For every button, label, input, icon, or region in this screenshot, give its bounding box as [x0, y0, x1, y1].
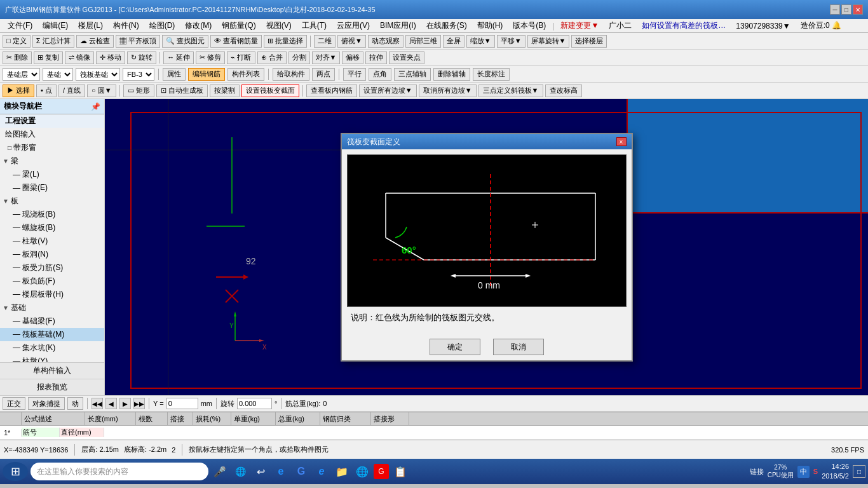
btn-parallel[interactable]: 平行: [343, 68, 366, 81]
btn-single-component[interactable]: 单构件输入: [0, 362, 104, 379]
taskbar-icon-g[interactable]: G: [292, 463, 310, 480]
taskbar-icon-browser1[interactable]: 🌐: [231, 463, 249, 480]
btn-cloud-check[interactable]: ☁ 云检查: [76, 35, 114, 48]
taskbar-icon-glodon[interactable]: G: [374, 464, 389, 479]
btn-cancel-slope[interactable]: 取消所有边坡▼: [419, 85, 477, 97]
taskbar-icon-refresh[interactable]: ↩: [252, 463, 269, 480]
btn-dynamic-input[interactable]: 动: [67, 397, 83, 410]
canvas-area[interactable]: Y X 92 筏板变截面定义 ×: [105, 99, 868, 395]
btn-pick[interactable]: 给取构件: [273, 68, 309, 81]
btn-circle[interactable]: ○ 圆▼: [87, 85, 116, 97]
sidebar-item-foundation[interactable]: ▼ 基础: [0, 301, 104, 315]
taskbar-icon-ie[interactable]: e: [272, 463, 290, 480]
sidebar-item-slab-rebar[interactable]: — 板受力筋(S): [0, 261, 104, 274]
btn-snap[interactable]: 对象捕捉: [28, 397, 65, 410]
btn-stretch[interactable]: 拉伸: [365, 51, 387, 64]
btn-rotate2[interactable]: ↻ 旋转: [127, 51, 156, 64]
coord-y-input[interactable]: [166, 398, 198, 409]
btn-grip[interactable]: 设置夹点: [389, 51, 424, 64]
btn-break[interactable]: ⌁ 打断: [227, 51, 255, 64]
sidebar-item-ring-beam[interactable]: — 圈梁(E): [0, 181, 104, 194]
rotate-input[interactable]: [237, 398, 272, 409]
btn-rotate[interactable]: 屏幕旋转▼: [527, 35, 570, 48]
modal-close-btn[interactable]: ×: [616, 137, 627, 146]
sidebar-item-cast-slab[interactable]: — 现浇板(B): [0, 208, 104, 221]
sidebar-item-slab-hole[interactable]: — 板洞(N): [0, 248, 104, 261]
sidebar-item-found-beam[interactable]: — 基础梁(F): [0, 315, 104, 328]
btn-offset[interactable]: 偏移: [342, 51, 363, 64]
btn-topview[interactable]: 俯视▼: [337, 35, 366, 48]
layer-select[interactable]: 基础层: [3, 68, 40, 81]
btn-define[interactable]: □ 定义: [3, 35, 31, 48]
sidebar-item-col-cap2[interactable]: — 柱墩(Y): [0, 355, 104, 362]
btn-pan[interactable]: 平移▼: [497, 35, 526, 48]
menu-version[interactable]: 版本号(B): [508, 19, 551, 32]
taskbar-start-btn[interactable]: ⊞: [3, 462, 28, 481]
sidebar-item-project-settings[interactable]: 工程设置: [0, 114, 104, 128]
btn-two-point[interactable]: 两点: [312, 68, 335, 81]
menu-new-change[interactable]: 新建变更▼: [555, 19, 604, 32]
btn-element-list[interactable]: 构件列表: [227, 68, 264, 81]
btn-del-axis[interactable]: 删除辅轴: [433, 68, 470, 81]
taskbar-icon-app1[interactable]: 📋: [391, 463, 409, 480]
btn-view-rebar2[interactable]: 查看板内钢筋: [306, 85, 357, 97]
menu-setting-hint[interactable]: 如何设置有高差的筏板…: [637, 19, 731, 32]
btn-batch-select[interactable]: ⊞ 批量选择: [264, 35, 307, 48]
minimize-btn[interactable]: ─: [830, 4, 840, 15]
menu-brand[interactable]: 广小二: [604, 19, 637, 32]
btn-point-angle[interactable]: 点角: [369, 68, 391, 81]
menu-points[interactable]: 造价豆:0 🔔: [796, 19, 846, 32]
btn-edit-rebar[interactable]: 编辑钢筋: [188, 68, 225, 81]
nav-prev[interactable]: ◀: [105, 398, 117, 409]
close-btn[interactable]: ✕: [853, 4, 863, 15]
menu-tools[interactable]: 工具(T): [297, 19, 332, 32]
nav-first[interactable]: ◀◀: [92, 398, 103, 409]
layer2-select[interactable]: 基础: [43, 68, 73, 81]
taskbar-notification[interactable]: □: [853, 465, 865, 478]
btn-zoom[interactable]: 缩放▼: [466, 35, 495, 48]
menu-edit[interactable]: 编辑(E): [37, 19, 73, 32]
btn-report[interactable]: 报表预览: [0, 379, 104, 395]
btn-property[interactable]: 属性: [163, 68, 186, 81]
btn-select-floor[interactable]: 选择楼层: [571, 35, 607, 48]
sidebar-item-slab[interactable]: ▼ 板: [0, 194, 104, 208]
btn-rect[interactable]: ▭ 矩形: [123, 85, 154, 97]
menu-floor[interactable]: 楼层(L): [73, 19, 108, 32]
btn-ortho[interactable]: 正交: [3, 397, 25, 410]
menu-modify[interactable]: 修改(M): [180, 19, 217, 32]
btn-mirror[interactable]: ⇌ 镜像: [65, 51, 94, 64]
taskbar-icon-mic[interactable]: 🎤: [211, 463, 229, 480]
btn-change-height[interactable]: 查改标高: [545, 85, 582, 97]
btn-trim[interactable]: ✂ 修剪: [196, 51, 225, 64]
sidebar-item-beam-l[interactable]: — 梁(L): [0, 168, 104, 181]
menu-draw[interactable]: 绘图(D): [144, 19, 180, 32]
modal-ok-btn[interactable]: 确定: [430, 339, 480, 355]
btn-find[interactable]: 🔍 查找图元: [162, 35, 208, 48]
btn-fullscreen[interactable]: 全屏: [443, 35, 465, 48]
sidebar-item-col-cap[interactable]: — 柱墩(V): [0, 234, 104, 248]
btn-move[interactable]: ✛ 移动: [96, 51, 125, 64]
nav-next[interactable]: ▶: [119, 398, 131, 409]
sidebar-item-raft[interactable]: — 筏板基础(M): [0, 328, 104, 341]
element-select[interactable]: 筏板基础: [76, 68, 120, 81]
maximize-btn[interactable]: □: [841, 4, 851, 15]
btn-line[interactable]: / 直线: [58, 85, 85, 97]
modal-cancel-btn[interactable]: 取消: [493, 339, 544, 355]
btn-auto-gen[interactable]: ⊡ 自动生成板: [156, 85, 208, 97]
taskbar-icon-edge[interactable]: e: [313, 463, 330, 480]
menu-view[interactable]: 视图(V): [261, 19, 297, 32]
menu-help[interactable]: 帮助(H): [472, 19, 508, 32]
taskbar-icon-globe[interactable]: 🌐: [353, 463, 371, 480]
btn-merge[interactable]: ⊕ 合并: [257, 51, 287, 64]
nav-last[interactable]: ▶▶: [133, 398, 145, 409]
btn-extend[interactable]: ↔ 延伸: [163, 51, 194, 64]
btn-view-rebar[interactable]: 👁 查看钢筋量: [210, 35, 262, 48]
sidebar-item-neg-rebar[interactable]: — 板负筋(F): [0, 274, 104, 288]
taskbar-search[interactable]: 在这里输入你要搜索的内容: [31, 463, 208, 480]
btn-point-draw[interactable]: • 点: [36, 85, 57, 97]
taskbar-lang-indicator[interactable]: 中: [797, 466, 810, 478]
sidebar-item-sump[interactable]: — 集水坑(K): [0, 341, 104, 355]
btn-length-mark[interactable]: 长度标注: [473, 68, 510, 81]
sidebar-item-drawing[interactable]: 绘图输入: [0, 128, 104, 141]
menu-online[interactable]: 在线服务(S): [421, 19, 472, 32]
